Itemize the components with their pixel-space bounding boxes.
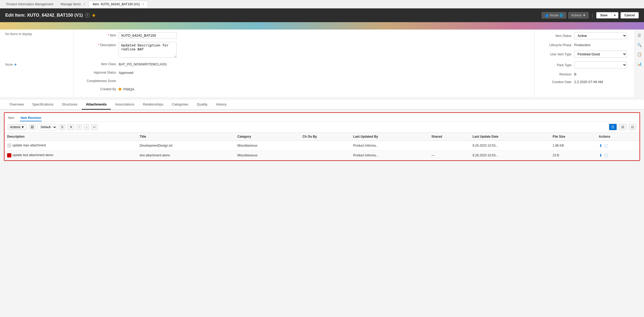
download-button[interactable]: ⬇ [599,153,603,158]
cell-shared: — [429,151,470,160]
social-button[interactable]: 👥 Social 🌐 [542,12,566,18]
download-button[interactable]: ⬇ [599,143,603,148]
cell-ch-ou-by [300,141,350,151]
view-list-button[interactable]: ☰ [609,124,617,130]
attachments-table-container: Description Title Category Ch Ou By Last… [4,133,640,160]
cell-actions: ⬇ ⬚ [596,151,640,160]
cell-category: Miscellaneous [235,141,300,151]
creation-date-value: 2.2.2020 07:49 AM [574,80,629,84]
page-header-title-group: Edit Item: XUTO_64242_BAT150 (V1) ? ★ [5,13,95,18]
user-item-type-row: User Item Type Finished Good [540,51,629,58]
form-area: Item Description Updated Description for… [74,30,534,97]
toolbar-sort-dropdown-button[interactable]: ▼ [68,124,74,130]
item-input[interactable] [119,32,177,39]
col-header-description: Description [4,133,137,141]
header-actions: 👥 Social 🌐 Actions ▼ | Save ▼ Cancel [542,12,639,18]
toolbar-image-button[interactable]: 🖼 [29,124,36,130]
item-status-select[interactable]: Active [574,32,627,39]
toolbar-sort-button[interactable]: ⇅ [59,124,65,130]
help-icon[interactable]: ? [85,13,90,18]
sidebar-chart-icon[interactable]: 📊 [636,61,643,67]
cancel-button[interactable]: Cancel [621,12,639,18]
revision-value: B [574,72,629,76]
row-doc-icon [7,143,11,148]
page-header: Edit Item: XUTO_64242_BAT150 (V1) ? ★ 👥 … [0,8,644,22]
sub-tab-item[interactable]: Item [8,115,15,121]
social-icon: 👥 [545,13,549,17]
attachments-section: Item Item Revision Actions ▼ 🖼 Default ⇅… [4,112,640,161]
separator: | [592,13,593,18]
actions-button[interactable]: Actions ▼ [568,12,589,18]
lifecycle-phase-row: Lifecycle Phase Production [540,43,629,47]
save-dropdown-button[interactable]: ▼ [612,12,618,18]
cell-shared [429,141,470,151]
sidebar-clipboard-icon[interactable]: 📋 [636,51,643,57]
no-items-label: No items to display [5,32,68,36]
col-header-actions: Actions [596,133,640,141]
toolbar-move-down-button[interactable]: ↓ [84,124,89,130]
sidebar-list-icon[interactable]: ☰ [636,32,643,39]
cell-last-updated-by: Product Informa... [350,141,429,151]
creation-date-label: Creation Date [540,80,574,84]
tab-associations[interactable]: Associations [111,100,138,110]
created-by-value: PIMQA [119,86,134,91]
created-by-row: Created By PIMQA [82,86,526,91]
pack-type-label: Pack Type [540,63,574,67]
completeness-score-row: Completeness Score [82,78,526,83]
table-header-row: Description Title Category Ch Ou By Last… [4,133,640,141]
toolbar-view-select[interactable]: Default [38,124,57,130]
approval-status-row: Approval Status Approved [82,69,526,75]
tab-pim[interactable]: Product Information Management [3,1,57,7]
sidebar-search-icon[interactable]: 🔍 [636,42,643,48]
tab-relationships[interactable]: Relationships [138,100,167,110]
cell-description: update repo attachment [4,141,137,151]
col-header-shared: Shared [429,133,470,141]
tab-history[interactable]: History [212,100,231,110]
add-item-button[interactable]: + [14,62,17,67]
main-area: No items to display None + Item Descript… [0,30,644,97]
decorative-banner [0,22,644,30]
sub-tab-item-revision[interactable]: Item Revision [20,115,42,121]
save-button[interactable]: Save [596,12,612,18]
tab-categories[interactable]: Categories [167,100,193,110]
toolbar-actions-button[interactable]: Actions ▼ [8,124,27,130]
tab-specifications[interactable]: Specifications [28,100,57,110]
created-by-icon [119,88,121,90]
col-header-last-update-date: Last Update Date [470,133,550,141]
cell-file-size: 1.96 KB [550,141,596,151]
col-header-ch-ou-by: Ch Ou By [300,133,350,141]
toolbar-move-up-button[interactable]: ↑ [76,124,82,130]
tab-overview[interactable]: Overview [5,100,28,110]
open-button[interactable]: ⬚ [604,153,608,158]
cell-title: DevelopmentDesign.txt [137,141,235,151]
tab-item-detail[interactable]: Item: XUTO_64242_BAT150 (V1) × [89,1,148,7]
close-manage-items-tab[interactable]: × [83,2,85,6]
attachments-sub-tabs: Item Item Revision [4,113,640,122]
tab-attachments[interactable]: Attachments [82,100,111,110]
favorite-star-icon[interactable]: ★ [92,13,95,18]
tab-structures[interactable]: Structures [57,100,81,110]
approval-status-value: Approved [119,69,133,75]
pack-type-row: Pack Type [540,61,629,69]
toolbar-undo-button[interactable]: ↩ [91,124,98,130]
revision-label: Revision [540,73,574,76]
view-tile-button[interactable]: ⊟ [629,124,636,130]
user-item-type-select[interactable]: Finished Good [574,51,627,58]
attachments-toolbar: Actions ▼ 🖼 Default ⇅ ▼ ↑ ↓ ↩ ☰ ⊞ ⊟ [4,122,640,133]
right-panel: Item Status Active Lifecycle Phase Produ… [534,30,635,97]
item-class-row: Item Class BAT_PD_NONNIRITEMCLASS [82,61,526,66]
tab-quality[interactable]: Quality [193,100,212,110]
close-item-detail-tab[interactable]: × [142,2,144,6]
none-plus-row: None + [5,62,68,67]
item-field-row: Item [82,32,526,39]
view-grid-button[interactable]: ⊞ [619,124,627,130]
open-button[interactable]: ⬚ [604,143,608,148]
tab-manage-items[interactable]: Manage Items × [57,1,89,7]
description-textarea[interactable]: Updated Description for redline BAT [119,42,177,58]
cell-last-updated-by: Product Informa... [350,151,429,160]
cell-actions: ⬇ ⬚ [596,141,640,151]
created-by-label: Created By [82,86,119,91]
col-header-last-updated-by: Last Updated By [350,133,429,141]
pack-type-select[interactable] [574,61,627,69]
col-header-title: Title [137,133,235,141]
